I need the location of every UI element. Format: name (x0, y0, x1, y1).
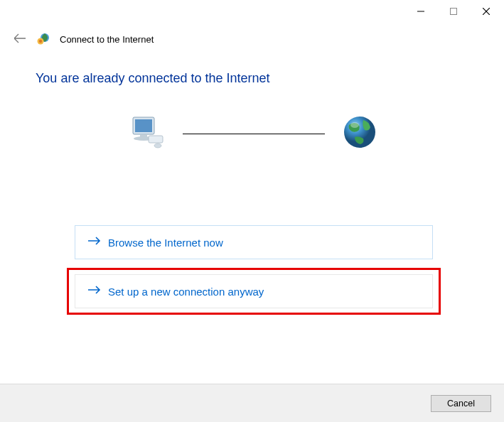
connection-illustration (107, 113, 397, 154)
computer-icon (127, 113, 166, 154)
titlebar (0, 0, 504, 23)
back-button[interactable] (14, 33, 27, 45)
highlighted-option: Set up a new connection anyway (67, 268, 441, 315)
back-arrow-icon (14, 33, 26, 43)
svg-point-14 (350, 122, 359, 128)
globe-icon (342, 114, 377, 153)
svg-point-6 (39, 40, 42, 43)
page-heading: You are already connected to the Interne… (36, 71, 468, 86)
svg-point-12 (154, 144, 161, 148)
options-list: Browse the Internet now Set up a new con… (75, 225, 433, 315)
minimize-button[interactable] (404, 1, 437, 22)
connection-line (183, 134, 325, 134)
content-area: You are already connected to the Interne… (0, 53, 504, 315)
footer-bar: Cancel (0, 384, 504, 422)
svg-rect-11 (149, 136, 163, 143)
cancel-button[interactable]: Cancel (431, 395, 491, 412)
wizard-header: Connect to the Internet (0, 23, 504, 53)
arrow-right-icon (88, 236, 101, 249)
minimize-icon (417, 8, 424, 15)
maximize-button[interactable] (437, 1, 470, 22)
browse-option-label: Browse the Internet now (108, 237, 223, 249)
close-icon (483, 8, 490, 15)
arrow-right-icon (88, 285, 101, 298)
wizard-icon (37, 33, 50, 45)
close-button[interactable] (470, 1, 503, 22)
maximize-icon (450, 8, 457, 15)
svg-rect-1 (451, 9, 457, 15)
browse-internet-option[interactable]: Browse the Internet now (75, 225, 433, 259)
setup-option-label: Set up a new connection anyway (108, 286, 264, 298)
wizard-title: Connect to the Internet (60, 34, 154, 45)
setup-new-connection-option[interactable]: Set up a new connection anyway (75, 274, 433, 308)
svg-rect-8 (135, 119, 152, 132)
